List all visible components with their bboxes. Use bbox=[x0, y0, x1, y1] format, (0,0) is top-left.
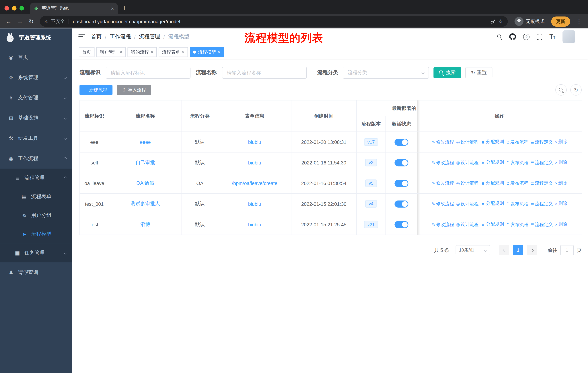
update-button[interactable]: 更新 bbox=[551, 16, 570, 26]
design-process-link[interactable]: ◎设计流程 bbox=[456, 160, 479, 166]
collapse-sidebar-icon[interactable] bbox=[78, 34, 85, 39]
process-name-link[interactable]: 自己审批 bbox=[136, 160, 155, 165]
minimize-window-button[interactable] bbox=[12, 6, 17, 10]
form-info-link[interactable]: /bpm/oa/leave/create bbox=[232, 181, 277, 186]
sidebar-item-workflow[interactable]: ▦工作流程 bbox=[0, 148, 72, 169]
process-name-link[interactable]: 滔博 bbox=[140, 222, 150, 227]
delete-link[interactable]: ×删除 bbox=[555, 180, 567, 186]
assign-rule-link[interactable]: ☻分配规则 bbox=[481, 159, 504, 166]
page-1-button[interactable]: 1 bbox=[513, 245, 523, 255]
sidebar-item-system-management[interactable]: ⚙系统管理 bbox=[0, 67, 72, 88]
new-tab-button[interactable]: + bbox=[118, 4, 131, 14]
assign-rule-link[interactable]: ☻分配规则 bbox=[481, 139, 504, 145]
delete-link[interactable]: ×删除 bbox=[555, 139, 567, 145]
refresh-table-button[interactable]: ↻ bbox=[570, 84, 582, 96]
search-button[interactable]: 搜索 bbox=[433, 67, 461, 78]
process-definition-link[interactable]: ≣流程定义 bbox=[531, 139, 553, 145]
form-info-link[interactable]: biubiu bbox=[248, 139, 261, 145]
sidebar-item-user-group[interactable]: ☺用户分组 bbox=[0, 206, 72, 225]
publish-process-link[interactable]: ↥发布流程 bbox=[506, 139, 528, 145]
forward-button[interactable]: → bbox=[15, 18, 25, 25]
assign-rule-link[interactable]: ☻分配规则 bbox=[481, 221, 504, 227]
tag-home[interactable]: 首页 bbox=[79, 47, 94, 57]
delete-link[interactable]: ×删除 bbox=[555, 159, 567, 166]
key-icon[interactable] bbox=[489, 17, 497, 25]
active-toggle[interactable] bbox=[394, 200, 408, 207]
sidebar-item-infrastructure[interactable]: ⊞基础设施 bbox=[0, 108, 72, 128]
reset-button[interactable]: ↻ 重置 bbox=[465, 67, 492, 78]
design-process-link[interactable]: ◎设计流程 bbox=[456, 180, 479, 186]
active-toggle[interactable] bbox=[394, 221, 408, 228]
sidebar-item-task-management[interactable]: ▣任务管理 bbox=[0, 243, 72, 262]
create-process-button[interactable]: + 新建流程 bbox=[79, 85, 113, 95]
bookmark-star-icon[interactable]: ☆ bbox=[498, 18, 503, 25]
process-name-link[interactable]: 测试多审批人 bbox=[131, 201, 160, 207]
zoom-window-button[interactable] bbox=[20, 6, 24, 10]
sidebar-item-payment-management[interactable]: ¥支付管理 bbox=[0, 88, 72, 108]
sidebar-item-process-form[interactable]: ▤流程表单 bbox=[0, 187, 72, 206]
sidebar-item-process-management[interactable]: ≣流程管理 bbox=[0, 169, 72, 187]
modify-process-link[interactable]: ✎修改流程 bbox=[432, 180, 454, 186]
process-definition-link[interactable]: ≣流程定义 bbox=[531, 201, 553, 207]
back-button[interactable]: ← bbox=[4, 18, 13, 25]
publish-process-link[interactable]: ↥发布流程 bbox=[506, 201, 528, 207]
tag-process-form[interactable]: 流程表单× bbox=[158, 47, 188, 57]
address-bar[interactable]: ⚠ 不安全 dashboard.yudao.iocoder.cn/bpm/man… bbox=[40, 16, 508, 27]
tag-close-icon[interactable]: × bbox=[120, 50, 122, 55]
process-category-select[interactable]: 流程分类 bbox=[343, 67, 429, 79]
process-definition-link[interactable]: ≣流程定义 bbox=[531, 160, 553, 166]
active-toggle[interactable] bbox=[394, 138, 408, 146]
browser-tab[interactable]: 芋道管理系统 × bbox=[30, 2, 118, 14]
delete-link[interactable]: ×删除 bbox=[555, 201, 567, 207]
process-name-input[interactable] bbox=[222, 67, 307, 79]
sidebar-item-home[interactable]: ◉首页 bbox=[0, 47, 72, 67]
design-process-link[interactable]: ◎设计流程 bbox=[456, 139, 479, 145]
form-info-link[interactable]: biubiu bbox=[248, 160, 261, 165]
page-size-select[interactable]: 10条/页 bbox=[456, 245, 490, 255]
help-icon[interactable]: ? bbox=[523, 33, 529, 40]
modify-process-link[interactable]: ✎修改流程 bbox=[432, 221, 454, 228]
browser-menu-icon[interactable]: ⋮ bbox=[574, 18, 584, 25]
tag-my-process[interactable]: 我的流程× bbox=[128, 47, 157, 57]
sidebar-item-process-model[interactable]: ➤流程模型 bbox=[0, 225, 72, 243]
modify-process-link[interactable]: ✎修改流程 bbox=[432, 160, 454, 166]
modify-process-link[interactable]: ✎修改流程 bbox=[432, 201, 454, 207]
process-id-input[interactable] bbox=[106, 67, 190, 79]
design-process-link[interactable]: ◎设计流程 bbox=[456, 201, 479, 207]
breadcrumb-item[interactable]: 工作流程 bbox=[110, 33, 131, 40]
design-process-link[interactable]: ◎设计流程 bbox=[456, 221, 479, 228]
form-info-link[interactable]: biubiu bbox=[248, 201, 261, 207]
tab-close-icon[interactable]: × bbox=[111, 5, 114, 11]
goto-page-input[interactable] bbox=[560, 245, 574, 255]
publish-process-link[interactable]: ↥发布流程 bbox=[506, 180, 528, 186]
prev-page-button[interactable] bbox=[499, 245, 509, 255]
tag-close-icon[interactable]: × bbox=[218, 50, 220, 55]
process-definition-link[interactable]: ≣流程定义 bbox=[531, 180, 553, 186]
process-definition-link[interactable]: ≣流程定义 bbox=[531, 221, 553, 228]
breadcrumb-item[interactable]: 首页 bbox=[91, 33, 102, 40]
active-toggle[interactable] bbox=[394, 159, 408, 166]
process-name-link[interactable]: eeee bbox=[140, 139, 151, 145]
delete-link[interactable]: ×删除 bbox=[555, 221, 567, 227]
tag-tenant-management[interactable]: 租户管理× bbox=[96, 47, 126, 57]
form-info-link[interactable]: biubiu bbox=[248, 222, 261, 227]
modify-process-link[interactable]: ✎修改流程 bbox=[432, 139, 454, 145]
incognito-chip[interactable]: 无痕模式 bbox=[514, 17, 545, 26]
tag-process-model[interactable]: 流程模型× bbox=[190, 47, 224, 57]
fullscreen-icon[interactable] bbox=[537, 34, 542, 40]
publish-process-link[interactable]: ↥发布流程 bbox=[506, 221, 528, 228]
github-icon[interactable] bbox=[509, 33, 516, 40]
sidebar-item-leave-query[interactable]: ♟请假查询 bbox=[0, 262, 72, 282]
import-process-button[interactable]: ↥ 导入流程 bbox=[117, 85, 151, 95]
url-text[interactable]: dashboard.yudao.iocoder.cn/bpm/manager/m… bbox=[73, 19, 487, 24]
tag-close-icon[interactable]: × bbox=[182, 50, 184, 55]
next-page-button[interactable] bbox=[527, 245, 537, 255]
user-avatar[interactable] bbox=[562, 30, 575, 43]
process-name-link[interactable]: OA 请假 bbox=[136, 180, 154, 186]
sidebar-item-dev-tools[interactable]: ⚒研发工具 bbox=[0, 128, 72, 148]
assign-rule-link[interactable]: ☻分配规则 bbox=[481, 180, 504, 186]
publish-process-link[interactable]: ↥发布流程 bbox=[506, 160, 528, 166]
assign-rule-link[interactable]: ☻分配规则 bbox=[481, 201, 504, 207]
font-size-icon[interactable]: TT bbox=[549, 33, 555, 40]
show-search-button[interactable] bbox=[555, 84, 567, 96]
